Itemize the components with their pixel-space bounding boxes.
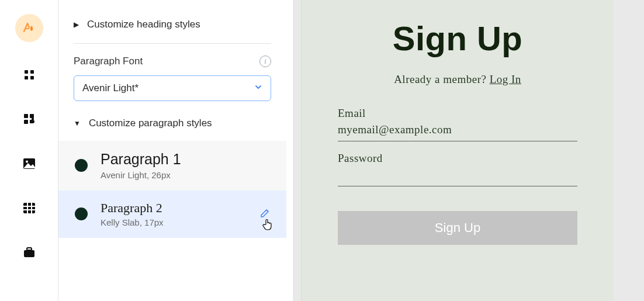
svg-rect-0 xyxy=(25,70,28,74)
page-title: Sign Up xyxy=(393,19,523,58)
svg-rect-2 xyxy=(25,76,28,79)
brand-badge[interactable] xyxy=(15,14,43,42)
color-swatch xyxy=(75,207,88,220)
email-label: Email xyxy=(338,107,577,120)
chevron-down-icon xyxy=(254,82,262,94)
svg-rect-5 xyxy=(30,114,34,118)
grid-icon[interactable] xyxy=(18,63,41,87)
svg-rect-15 xyxy=(27,248,32,250)
image-icon[interactable] xyxy=(18,152,41,175)
briefcase-icon[interactable] xyxy=(18,241,41,264)
accordion-heading-styles[interactable]: ▶ Customize heading styles xyxy=(74,15,271,44)
paragraph-title: Paragraph 1 xyxy=(101,151,181,168)
typography-panel: ▶ Customize heading styles Paragraph Fon… xyxy=(58,0,286,301)
email-field[interactable] xyxy=(338,120,577,141)
table-icon[interactable] xyxy=(18,196,41,220)
paragraph-style-list: Paragraph 1 Avenir Light, 26px Paragraph… xyxy=(58,141,286,238)
paragraph-sub: Avenir Light, 26px xyxy=(101,170,181,180)
paragraph-font-select[interactable]: Avenir Light* xyxy=(74,75,271,101)
password-label: Password xyxy=(338,152,577,165)
login-link[interactable]: Log In xyxy=(490,73,521,85)
svg-rect-14 xyxy=(24,250,34,257)
right-gutter xyxy=(614,0,644,301)
paragraph-font-label: Paragraph Font xyxy=(74,56,143,67)
preview-area: Sign Up Already a member? Log In Email P… xyxy=(286,0,644,301)
chevron-right-icon: ▶ xyxy=(74,20,79,29)
puzzle-icon[interactable] xyxy=(18,108,41,131)
paragraph-sub: Kelly Slab, 17px xyxy=(101,217,164,227)
already-member-text: Already a member? Log In xyxy=(394,73,521,86)
svg-rect-3 xyxy=(30,76,34,79)
svg-rect-9 xyxy=(23,203,35,213)
cursor-pointer-icon xyxy=(262,218,273,234)
signup-preview: Sign Up Already a member? Log In Email P… xyxy=(302,0,614,301)
color-swatch xyxy=(75,159,88,172)
signup-button[interactable]: Sign Up xyxy=(338,211,577,245)
chevron-down-icon: ▼ xyxy=(74,119,81,127)
accordion-label: Customize paragraph styles xyxy=(89,117,212,129)
svg-point-8 xyxy=(26,161,28,163)
accordion-paragraph-styles[interactable]: ▼ Customize paragraph styles xyxy=(74,109,271,137)
scrollbar[interactable] xyxy=(293,0,302,301)
left-rail xyxy=(0,0,58,301)
svg-rect-6 xyxy=(24,120,28,124)
select-value: Avenir Light* xyxy=(82,82,139,94)
paragraph-font-label-row: Paragraph Font i xyxy=(74,44,271,67)
svg-rect-1 xyxy=(30,70,34,74)
password-field[interactable] xyxy=(338,165,577,186)
paragraph-title: Paragraph 2 xyxy=(101,201,164,215)
info-icon[interactable]: i xyxy=(259,56,271,67)
svg-rect-4 xyxy=(24,114,28,118)
font-drop-icon xyxy=(22,21,36,35)
paragraph-style-item-2[interactable]: Paragraph 2 Kelly Slab, 17px xyxy=(58,191,286,238)
accordion-label: Customize heading styles xyxy=(87,19,200,30)
paragraph-style-item-1[interactable]: Paragraph 1 Avenir Light, 26px xyxy=(58,141,286,191)
